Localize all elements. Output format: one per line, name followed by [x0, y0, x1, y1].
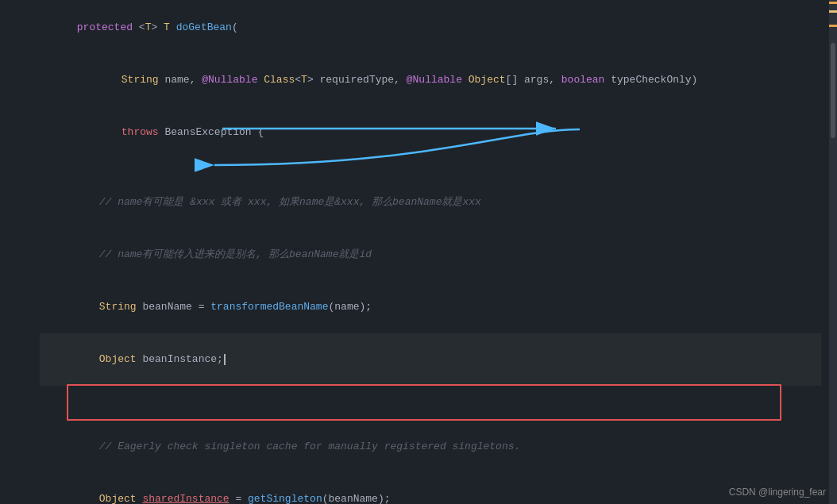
- code-line: // Eagerly check singleton cache for man…: [40, 421, 821, 473]
- scrollbar[interactable]: [829, 0, 837, 504]
- code-line: String name, @Nullable Class<T> required…: [40, 54, 821, 106]
- code-line: // name有可能是 &xxx 或者 xxx, 如果name是&xxx, 那么…: [40, 176, 821, 229]
- code-line: Object sharedInstance = getSingleton(bea…: [40, 473, 821, 504]
- scrollbar-marker-orange: [829, 2, 837, 4]
- code-line: throws BeansException {: [40, 106, 821, 159]
- code-line: [40, 386, 821, 403]
- scrollbar-marker-orange2: [829, 25, 837, 27]
- line-numbers: [0, 0, 32, 504]
- editor-container: protected <T> T doGetBean( String name, …: [0, 0, 837, 504]
- code-line: [40, 159, 821, 176]
- code-line: String beanName = transformedBeanName(na…: [40, 281, 821, 333]
- code-line: protected <T> T doGetBean(: [40, 2, 821, 54]
- code-line: Object beanInstance;: [40, 333, 821, 386]
- code-area: protected <T> T doGetBean( String name, …: [32, 0, 829, 504]
- scrollbar-thumb[interactable]: [831, 43, 835, 138]
- code-line: // name有可能传入进来的是别名, 那么beanName就是id: [40, 229, 821, 281]
- code-line: [40, 403, 821, 421]
- scrollbar-marker-yellow: [829, 10, 837, 13]
